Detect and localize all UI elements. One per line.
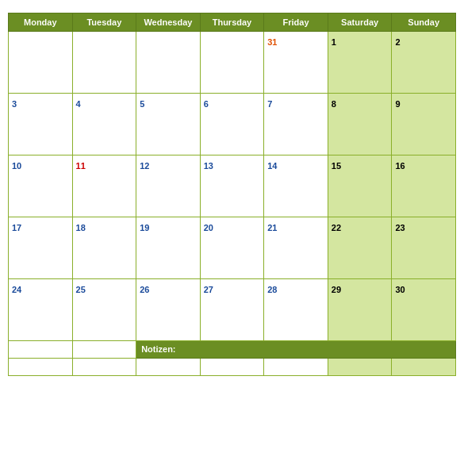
day-cell: 11 (72, 155, 136, 217)
day-number: 3 (12, 99, 17, 109)
day-number: 8 (332, 99, 336, 109)
day-cell: 7 (264, 94, 328, 155)
day-number: 24 (12, 285, 21, 294)
day-number: 21 (267, 223, 277, 232)
day-cell: 20 (200, 217, 264, 279)
notes-empty-1 (9, 341, 73, 359)
day-number: 25 (76, 285, 86, 294)
header-saturday: Saturday (328, 13, 392, 32)
day-cell: 1 (328, 32, 392, 94)
last-row (9, 359, 456, 376)
day-cell: 18 (72, 217, 136, 279)
day-cell: 21 (264, 217, 328, 279)
day-number: 14 (267, 161, 277, 171)
header-wednesday: Wednesday (136, 13, 201, 32)
week-row-0: 3112 (9, 32, 456, 94)
day-cell (9, 32, 73, 94)
day-number: 1 (332, 37, 336, 47)
day-cell: 3 (9, 94, 73, 155)
day-number: 9 (395, 99, 400, 109)
last-row-cell (136, 359, 201, 376)
notes-empty-2 (72, 341, 136, 359)
header-friday: Friday (264, 13, 328, 32)
day-number: 4 (76, 99, 81, 109)
day-number: 22 (332, 223, 341, 232)
day-cell: 16 (392, 155, 456, 217)
week-row-2: 10111213141516 (9, 155, 456, 217)
day-cell: 8 (328, 94, 392, 155)
day-cell: 2 (392, 32, 456, 94)
day-cell: 14 (264, 155, 328, 217)
header-sunday: Sunday (392, 13, 456, 32)
day-number: 18 (76, 223, 86, 232)
day-cell: 31 (264, 32, 328, 94)
day-cell: 15 (328, 155, 392, 217)
calendar-table: MondayTuesdayWednesdayThursdayFridaySatu… (8, 13, 456, 376)
day-number: 30 (395, 285, 405, 294)
day-cell: 12 (136, 155, 201, 217)
day-cell: 23 (392, 217, 456, 279)
day-number: 27 (204, 285, 213, 294)
day-cell: 29 (328, 279, 392, 341)
last-row-cell (72, 359, 136, 376)
notes-label: Notizen: (136, 341, 456, 359)
day-cell: 30 (392, 279, 456, 341)
day-number: 19 (140, 223, 149, 232)
day-number: 15 (332, 161, 341, 171)
last-row-cell (200, 359, 264, 376)
day-cell: 4 (72, 94, 136, 155)
day-number: 28 (267, 285, 277, 294)
day-number: 13 (204, 161, 213, 171)
day-cell: 22 (328, 217, 392, 279)
day-cell: 19 (136, 217, 201, 279)
header-thursday: Thursday (200, 13, 264, 32)
day-number: 29 (332, 285, 341, 294)
day-cell: 26 (136, 279, 201, 341)
day-number: 2 (395, 37, 400, 47)
day-cell: 9 (392, 94, 456, 155)
header-monday: Monday (9, 13, 73, 32)
day-cell: 10 (9, 155, 73, 217)
day-cell: 6 (200, 94, 264, 155)
day-cell: 28 (264, 279, 328, 341)
week-row-3: 17181920212223 (9, 217, 456, 279)
header-tuesday: Tuesday (72, 13, 136, 32)
day-number: 31 (267, 37, 277, 47)
last-row-cell (328, 359, 392, 376)
day-cell (72, 32, 136, 94)
day-cell: 5 (136, 94, 201, 155)
day-number: 11 (76, 161, 86, 171)
day-number: 7 (267, 99, 272, 109)
week-row-4: 24252627282930 (9, 279, 456, 341)
day-cell: 13 (200, 155, 264, 217)
day-number: 6 (204, 99, 209, 109)
day-cell: 17 (9, 217, 73, 279)
day-cell (200, 32, 264, 94)
header-row: MondayTuesdayWednesdayThursdayFridaySatu… (9, 13, 456, 32)
day-number: 20 (204, 223, 213, 232)
day-number: 26 (140, 285, 149, 294)
day-cell: 25 (72, 279, 136, 341)
last-row-cell (392, 359, 456, 376)
day-number: 5 (140, 99, 144, 109)
day-number: 12 (140, 161, 149, 171)
week-row-1: 3456789 (9, 94, 456, 155)
day-number: 10 (12, 161, 21, 171)
day-cell (136, 32, 201, 94)
notes-row: Notizen: (9, 341, 456, 359)
day-number: 17 (12, 223, 21, 232)
day-cell: 24 (9, 279, 73, 341)
day-number: 16 (395, 161, 405, 171)
day-cell: 27 (200, 279, 264, 341)
last-row-cell (9, 359, 73, 376)
last-row-cell (264, 359, 328, 376)
day-number: 23 (395, 223, 405, 232)
